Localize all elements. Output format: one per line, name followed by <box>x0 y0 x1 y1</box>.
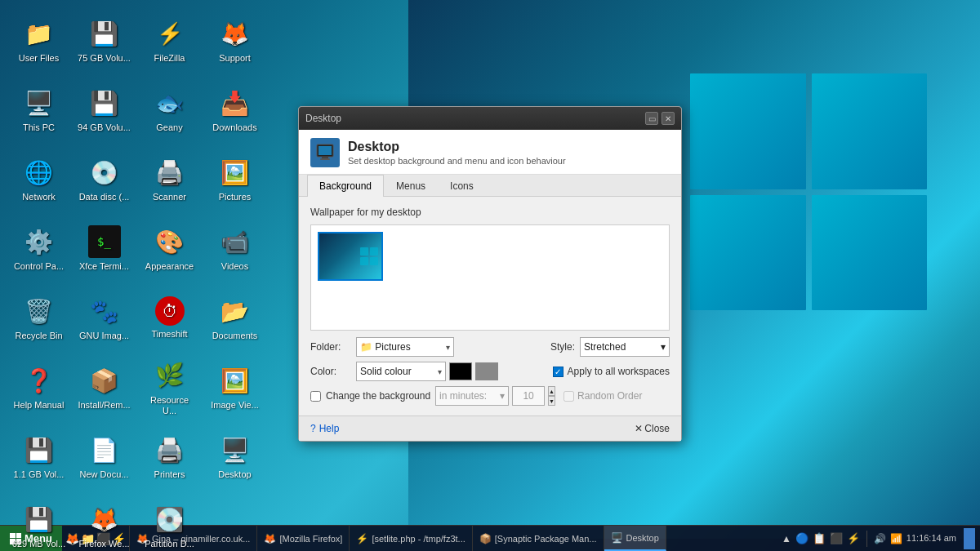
dialog-title: Desktop <box>305 113 341 124</box>
dialog-header-info: Desktop Set desktop background and menu … <box>348 140 566 166</box>
apply-all-container: ✓ Apply to all workspaces <box>553 366 670 377</box>
taskbar-item-desktop[interactable]: 🖥️ Desktop <box>604 526 666 551</box>
color-swatch-gray[interactable] <box>475 362 498 380</box>
taskbar-clock[interactable]: 11:16:14 am <box>906 532 956 544</box>
change-background-checkbox[interactable] <box>310 391 321 402</box>
icon-documents[interactable]: 📂 Documents <box>204 286 265 351</box>
minutes-group: in minutes: ▾ 10 ▲ ▼ Random Order <box>435 386 642 406</box>
icon-gnu-image[interactable]: 🐾 GNU Imag... <box>74 286 135 351</box>
style-select-arrow: ▾ <box>661 341 666 353</box>
tray-icon-1[interactable]: 🔵 <box>795 532 808 544</box>
tray-volume-icon[interactable]: 🔊 <box>874 533 886 544</box>
tray-icon-3[interactable]: ⬛ <box>830 532 843 544</box>
win-pane-br <box>812 195 928 311</box>
style-label: Style: <box>550 341 575 353</box>
folder-select[interactable]: 📁 Pictures ▾ <box>356 337 454 357</box>
win-pane-bl <box>690 195 806 311</box>
color-swatch-black[interactable] <box>449 362 472 380</box>
tray-divider <box>866 531 867 547</box>
svg-rect-2 <box>322 157 328 158</box>
icon-appearance[interactable]: 🎨 Appearance <box>139 216 200 282</box>
taskbar-item-mozilla[interactable]: 🦊 [Mozilla Firefox] <box>257 526 350 551</box>
apply-all-label: Apply to all workspaces <box>568 366 670 377</box>
icon-geany[interactable]: 🐟 Geany <box>139 78 200 143</box>
icon-vol-629[interactable]: 💾 629 MB Vol... <box>8 494 69 551</box>
taskbar-item-desktop-label: Desktop <box>626 533 659 543</box>
color-select[interactable]: Solid colour ▾ <box>356 362 446 381</box>
taskbar-item-mozilla-icon: 🦊 <box>264 533 276 544</box>
change-background-label: Change the background <box>326 390 430 402</box>
folder-label: Folder: <box>310 341 353 353</box>
minutes-spinner[interactable]: ▲ ▼ <box>548 386 555 406</box>
system-tray: ▲ 🔵 📋 ⬛ ⚡ 🔊 📶 11:16:14 am <box>777 528 980 549</box>
dialog-restore-button[interactable]: ▭ <box>645 112 658 125</box>
icon-firefox[interactable]: 🦊 Firefox We... <box>74 494 135 551</box>
windows-logo <box>690 73 927 310</box>
taskbar-item-synaptic[interactable]: 📦 [Synaptic Package Man... <box>473 526 604 551</box>
color-apply-row: Color: Solid colour ▾ ✓ Apply to all wor… <box>310 362 670 381</box>
icon-resource-u[interactable]: 🌿 Resource U... <box>139 355 200 420</box>
icon-videos[interactable]: 📹 Videos <box>204 216 265 282</box>
icon-timeshift[interactable]: ⏱ Timeshift <box>139 286 200 351</box>
icon-new-doc[interactable]: 📄 New Docu... <box>74 424 135 490</box>
wallpaper-section-label: Wallpaper for my desktop <box>310 207 670 218</box>
icon-printers[interactable]: 🖨️ Printers <box>139 424 200 490</box>
style-select[interactable]: Stretched ▾ <box>580 337 670 357</box>
icon-pictures[interactable]: 🖼️ Pictures <box>204 147 265 212</box>
win-pane-tl <box>690 73 806 189</box>
icon-vol-94[interactable]: 💾 94 GB Volu... <box>74 78 135 143</box>
dialog-window-controls: ▭ ✕ <box>645 112 675 125</box>
dialog-close-button[interactable]: ✕ <box>662 112 675 125</box>
help-label: Help <box>319 423 340 434</box>
icon-xfce-terminal[interactable]: $_ Xfce Termi... <box>74 216 135 282</box>
icon-image-viewer[interactable]: 🖼️ Image Vie... <box>204 355 265 420</box>
icon-this-pc[interactable]: 🖥️ This PC <box>8 78 69 143</box>
wallpaper-preview <box>319 233 381 279</box>
change-background-row: Change the background in minutes: ▾ 10 ▲… <box>310 386 670 406</box>
help-button[interactable]: ? Help <box>310 423 339 434</box>
icon-empty-slot <box>204 494 265 551</box>
close-button[interactable]: ✕ Close <box>635 423 670 434</box>
icon-user-files[interactable]: 📁 User Files <box>8 8 69 73</box>
random-order-checkbox[interactable] <box>564 391 574 402</box>
tab-menus[interactable]: Menus <box>384 175 438 197</box>
tray-icon-4[interactable]: ⚡ <box>847 532 860 544</box>
icon-downloads[interactable]: 📥 Downloads <box>204 78 265 143</box>
icon-vol-1-1[interactable]: 💾 1.1 GB Vol... <box>8 424 69 490</box>
taskbar-item-setlite-label: [setlite.php - /tmp/fz3t... <box>372 534 465 544</box>
minutes-value: 10 <box>512 386 545 406</box>
icon-data-disc[interactable]: 💿 Data disc (... <box>74 147 135 212</box>
close-x-icon: ✕ <box>635 423 643 434</box>
icon-help-manual[interactable]: ❓ Help Manual <box>8 355 69 420</box>
wallpaper-grid[interactable] <box>310 224 670 331</box>
icon-recycle-bin[interactable]: 🗑️ Recycle Bin <box>8 286 69 351</box>
tray-icon-2[interactable]: 📋 <box>813 532 826 544</box>
tray-up-arrow[interactable]: ▲ <box>782 533 791 544</box>
icon-install-remove[interactable]: 📦 Install/Rem... <box>74 355 135 420</box>
dialog-header-title: Desktop <box>348 140 566 154</box>
folder-select-arrow: ▾ <box>446 343 450 352</box>
tab-icons[interactable]: Icons <box>438 175 486 197</box>
spin-down[interactable]: ▼ <box>548 396 555 406</box>
taskbar-item-synaptic-icon: 📦 <box>479 533 492 544</box>
tray-network-icon[interactable]: 📶 <box>890 533 902 544</box>
icon-filezilla[interactable]: ⚡ FileZilla <box>139 8 200 73</box>
icon-support[interactable]: 🦊 Support <box>204 8 265 73</box>
icon-scanner[interactable]: 🖨️ Scanner <box>139 147 200 212</box>
icon-network[interactable]: 🌐 Network <box>8 147 69 212</box>
icon-control-panel[interactable]: ⚙️ Control Pa... <box>8 216 69 282</box>
icon-vol-75[interactable]: 💾 75 GB Volu... <box>74 8 135 73</box>
taskbar-item-setlite[interactable]: ⚡ [setlite.php - /tmp/fz3t... <box>350 526 472 551</box>
spin-up[interactable]: ▲ <box>548 386 555 396</box>
icon-desktop[interactable]: 🖥️ Desktop <box>204 424 265 490</box>
apply-all-checkbox[interactable]: ✓ <box>553 367 564 377</box>
dialog-header-subtitle: Set desktop background and menu and icon… <box>348 156 566 166</box>
taskbar-item-desktop-icon: 🖥️ <box>611 532 623 544</box>
help-icon: ? <box>310 423 316 434</box>
tab-background[interactable]: Background <box>307 175 384 197</box>
svg-rect-1 <box>318 146 332 155</box>
show-desktop-button[interactable] <box>964 528 975 549</box>
wallpaper-thumb-selected[interactable] <box>318 232 383 281</box>
svg-rect-3 <box>320 158 330 160</box>
icon-partition-d[interactable]: 💽 Partition D... <box>139 494 200 551</box>
